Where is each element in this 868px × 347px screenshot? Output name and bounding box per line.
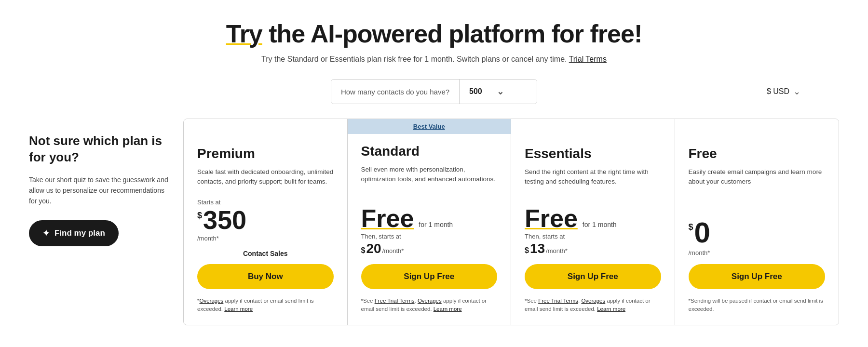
overages-link-essentials[interactable]: Overages <box>581 298 605 304</box>
price-period-free: /month* <box>689 249 826 256</box>
currency-value: $ USD <box>767 87 789 96</box>
free-price-standard: Free for 1 month <box>361 206 498 231</box>
sign-up-free-button-free[interactable]: Sign Up Free <box>689 264 826 289</box>
then-amount-essentials: 13 <box>530 241 545 256</box>
sign-up-free-button-essentials[interactable]: Sign Up Free <box>525 264 661 289</box>
contact-sales-text: Contact Sales <box>197 250 334 257</box>
plan-name-standard: Standard <box>361 144 498 159</box>
price-section-standard: Free for 1 month Then, starts at $ 20 /m… <box>361 206 498 256</box>
overages-link-standard[interactable]: Overages <box>418 298 442 304</box>
sidebar-heading: Not sure which plan is for you? <box>29 133 174 166</box>
subtitle-text: Try the Standard or Essentials plan risk… <box>261 55 567 63</box>
free-trial-terms-link-essentials[interactable]: Free Trial Terms <box>538 298 578 304</box>
price-dollar-premium: $ <box>197 211 202 221</box>
footnote-free: *Sending will be paused if contact or em… <box>689 297 826 314</box>
plan-desc-free: Easily create email campaigns and learn … <box>689 167 826 207</box>
plan-name-free: Free <box>689 146 826 161</box>
plan-desc-essentials: Send the right content at the right time… <box>525 167 661 194</box>
controls-row: How many contacts do you have? 500 ⌄ $ U… <box>29 79 839 104</box>
zero-price-free: $ 0 <box>689 218 826 247</box>
learn-more-link-premium[interactable]: Learn more <box>224 306 253 312</box>
then-period-essentials: /month* <box>546 247 568 254</box>
price-number-free: 0 <box>694 218 710 247</box>
footnote-premium: *Overages apply if contact or email send… <box>197 297 334 314</box>
plans-container: Premium Scale fast with dedicated onboar… <box>183 119 839 325</box>
free-text-essentials: Free <box>525 206 578 231</box>
best-value-banner: Best Value <box>348 119 511 134</box>
main-content: Not sure which plan is for you? Take our… <box>29 119 839 325</box>
banner-placeholder-free <box>675 119 839 136</box>
plan-desc-premium: Scale fast with dedicated onboarding, un… <box>197 167 334 187</box>
banner-placeholder-essentials <box>511 119 675 136</box>
plan-card-standard: Best Value Standard Sell even more with … <box>348 119 512 325</box>
plan-card-free: Free Easily create email campaigns and l… <box>675 119 839 325</box>
find-plan-button[interactable]: ✦ Find my plan <box>29 220 119 246</box>
main-title: Try the AI-powered platform for free! <box>29 19 839 48</box>
price-period-premium: /month* <box>197 235 334 242</box>
free-text-standard: Free <box>361 206 414 231</box>
sign-up-free-button-standard[interactable]: Sign Up Free <box>361 264 498 289</box>
then-dollar-essentials: $ <box>525 246 529 255</box>
trial-terms-link[interactable]: Trial Terms <box>569 55 607 63</box>
currency-selector[interactable]: $ USD ⌄ <box>767 86 800 97</box>
then-starts-at-essentials: Then, starts at <box>525 233 661 240</box>
starts-at-premium: Starts at <box>197 199 334 206</box>
then-starts-at-standard: Then, starts at <box>361 233 498 240</box>
price-number-premium: 350 <box>203 207 246 233</box>
price-section-essentials: Free for 1 month Then, starts at $ 13 /m… <box>525 206 661 256</box>
chevron-down-icon: ⌄ <box>497 86 504 97</box>
price-section-free: $ 0 /month* <box>689 218 826 256</box>
sparkle-icon: ✦ <box>42 228 50 239</box>
price-dollar-free: $ <box>689 222 693 232</box>
then-price-standard: $ 20 /month* <box>361 241 498 256</box>
for-one-month-essentials: for 1 month <box>583 221 617 228</box>
sidebar-description: Take our short quiz to save the guesswor… <box>29 174 174 207</box>
footnote-essentials: *See Free Trial Terms. Overages apply if… <box>525 297 661 314</box>
plan-card-essentials: Essentials Send the right content at the… <box>511 119 675 325</box>
for-one-month-standard: for 1 month <box>419 221 453 228</box>
overages-link-premium[interactable]: Overages <box>199 298 223 304</box>
then-dollar-standard: $ <box>361 246 366 255</box>
free-price-essentials: Free for 1 month <box>525 206 661 231</box>
plan-card-premium: Premium Scale fast with dedicated onboar… <box>184 119 348 325</box>
price-section-premium: Starts at $ 350 /month* <box>197 199 334 242</box>
left-sidebar: Not sure which plan is for you? Take our… <box>29 119 183 261</box>
currency-chevron-icon: ⌄ <box>793 86 800 97</box>
learn-more-link-essentials[interactable]: Learn more <box>597 306 625 312</box>
learn-more-link-standard[interactable]: Learn more <box>434 306 462 312</box>
contacts-dropdown[interactable]: 500 ⌄ <box>460 80 537 104</box>
price-main-premium: $ 350 <box>197 207 334 233</box>
footnote-standard: *See Free Trial Terms. Overages apply if… <box>361 297 498 314</box>
contacts-value: 500 <box>469 87 482 96</box>
buy-now-button[interactable]: Buy Now <box>197 264 334 289</box>
free-trial-terms-link-standard[interactable]: Free Trial Terms <box>375 298 415 304</box>
plan-name-essentials: Essentials <box>525 146 661 161</box>
find-plan-label: Find my plan <box>54 228 105 238</box>
then-period-standard: /month* <box>382 247 404 254</box>
header-section: Try the AI-powered platform for free! Tr… <box>29 19 839 64</box>
plan-name-premium: Premium <box>197 146 334 161</box>
title-try: Try <box>226 20 262 48</box>
then-amount-standard: 20 <box>366 241 381 256</box>
subtitle: Try the Standard or Essentials plan risk… <box>29 55 839 64</box>
then-price-essentials: $ 13 /month* <box>525 241 661 256</box>
banner-placeholder-premium <box>184 119 347 136</box>
contacts-label: How many contacts do you have? <box>331 80 460 104</box>
contacts-selector[interactable]: How many contacts do you have? 500 ⌄ <box>331 79 537 104</box>
title-rest: the AI-powered platform for free! <box>262 20 642 48</box>
plan-desc-standard: Sell even more with personalization, opt… <box>361 165 498 194</box>
